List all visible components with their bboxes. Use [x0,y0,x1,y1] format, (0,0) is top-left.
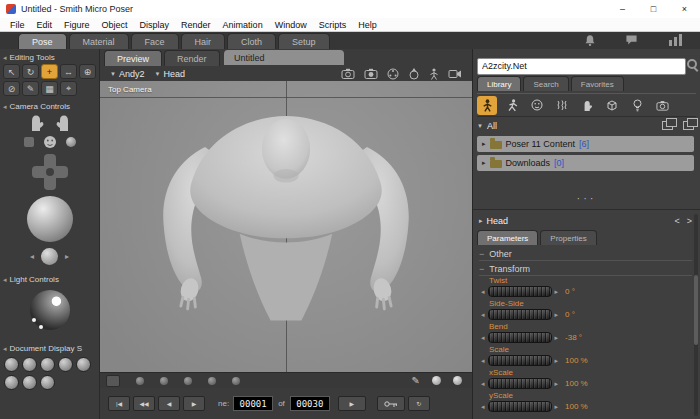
select-tool[interactable]: ↖ [3,64,20,79]
ground-toggle-ball[interactable] [453,376,462,385]
lights-category-icon[interactable] [627,96,647,115]
play-button[interactable]: ▶ [183,396,205,411]
light-position-ball[interactable] [30,290,70,330]
dial-slider[interactable] [488,332,552,343]
light-controls-header[interactable]: ◂ Light Controls [0,273,99,286]
tab-face[interactable]: Face [131,33,179,49]
maximize-button[interactable]: □ [638,0,669,18]
dial-slider[interactable] [488,286,552,297]
grouping-tool[interactable]: ▦ [41,81,58,96]
dial-slider[interactable] [488,355,552,366]
dial-decrement[interactable]: ◂ [481,380,485,388]
display-style-outline[interactable] [22,357,37,372]
tracking-dot-2[interactable] [160,377,168,385]
minimize-button[interactable]: – [607,0,638,18]
camera-controls-header[interactable]: ◂ Camera Controls [0,100,99,113]
menu-figure[interactable]: Figure [58,20,96,30]
snapshot-camera-icon[interactable] [364,68,378,79]
document-tab[interactable]: Untitled [224,50,344,65]
roll-left-icon[interactable]: ◂ [30,252,34,261]
display-style-lit-wireframe[interactable] [76,357,91,372]
figures-category-icon[interactable] [477,96,497,115]
display-style-flat-shaded[interactable] [4,375,19,390]
tracking-dot-1[interactable] [136,377,144,385]
actor-selector[interactable]: ▼ Head [154,69,184,79]
dial-increment[interactable]: ▸ [555,357,559,365]
camera-roll-ball[interactable] [41,248,58,265]
light-dot[interactable] [39,325,43,329]
chain-break-tool[interactable]: ⊘ [3,81,20,96]
menu-animation[interactable]: Animation [217,20,269,30]
collapse-minus-icon[interactable]: − [479,249,484,259]
search-input[interactable] [477,58,686,75]
actor-name[interactable]: Head [487,216,509,226]
display-style-silhouette[interactable] [4,357,19,372]
shadow-toggle-ball[interactable] [432,376,441,385]
tab-cloth[interactable]: Cloth [227,33,276,49]
color-tool[interactable]: ✎ [22,81,39,96]
tab-preview[interactable]: Preview [104,50,162,66]
dial-slider[interactable] [488,378,552,389]
dial-decrement[interactable]: ◂ [481,311,485,319]
loop-button[interactable]: ↻ [408,396,430,411]
dial-decrement[interactable]: ◂ [481,334,485,342]
panel-splitter-handle[interactable]: ··· [473,192,700,204]
dial-value[interactable]: 100 % [565,379,588,388]
dial-increment[interactable]: ▸ [555,334,559,342]
depth-cue-button[interactable] [106,375,120,387]
tab-search[interactable]: Search [523,76,568,91]
menu-render[interactable]: Render [175,20,217,30]
display-style-texture-shaded[interactable] [40,375,55,390]
aperture-icon[interactable] [387,68,399,80]
display-style-smooth-shaded[interactable] [22,375,37,390]
tab-hair[interactable]: Hair [181,33,226,49]
play-forward-button[interactable]: ▶ [338,396,366,411]
face-camera-icon[interactable] [43,135,57,149]
camera-move-pad[interactable] [32,154,68,190]
library-view-icon[interactable] [683,121,694,130]
tab-render[interactable]: Render [164,50,220,66]
list-item-downloads[interactable]: ▸ Downloads [0] [477,155,694,171]
current-frame-counter[interactable]: 00001 [233,396,273,411]
display-style-wireframe[interactable] [40,357,55,372]
dial-value[interactable]: 0 ° [565,287,575,296]
right-hand-camera-icon[interactable] [55,113,72,132]
prev-actor-button[interactable]: < [674,216,679,226]
total-frames-counter[interactable]: 00030 [290,396,330,411]
editing-tools-header[interactable]: ◂ Editing Tools [0,51,99,64]
dial-increment[interactable]: ▸ [555,288,559,296]
scale-tool[interactable]: ⊕ [79,64,96,79]
tree-arrow-icon[interactable]: ▸ [482,159,486,167]
menu-display[interactable]: Display [134,20,176,30]
menu-window[interactable]: Window [269,20,313,30]
menu-scripts[interactable]: Scripts [313,20,353,30]
dial-slider[interactable] [488,309,552,320]
search-icon[interactable] [687,59,697,69]
dial-decrement[interactable]: ◂ [481,403,485,411]
menu-edit[interactable]: Edit [31,20,59,30]
tab-properties[interactable]: Properties [540,230,596,245]
tracking-dot-4[interactable] [208,377,216,385]
collapse-minus-icon[interactable]: − [479,264,484,274]
edit-pencil-icon[interactable]: ✎ [412,375,420,386]
cameras-category-icon[interactable] [652,96,672,115]
roll-right-icon[interactable]: ▸ [65,252,69,261]
tab-pose[interactable]: Pose [18,33,67,49]
dial-decrement[interactable]: ◂ [481,357,485,365]
dial-value[interactable]: 100 % [565,402,588,411]
tab-library[interactable]: Library [477,76,521,91]
section-other[interactable]: − Other [479,247,692,261]
dial-decrement[interactable]: ◂ [481,288,485,296]
first-frame-button[interactable]: |◀ [108,396,130,411]
document-display-header[interactable]: ◂ Document Display S [0,342,99,355]
dial-slider[interactable] [488,401,552,412]
hair-category-icon[interactable] [552,96,572,115]
expression-category-icon[interactable] [527,96,547,115]
tab-parameters[interactable]: Parameters [477,230,538,245]
chat-icon[interactable] [625,34,638,46]
tracking-dot-3[interactable] [184,377,192,385]
dial-increment[interactable]: ▸ [555,311,559,319]
camera-trackball[interactable] [27,196,73,242]
translate-tool[interactable]: + [41,64,58,79]
camera-type-icon[interactable] [66,137,76,147]
